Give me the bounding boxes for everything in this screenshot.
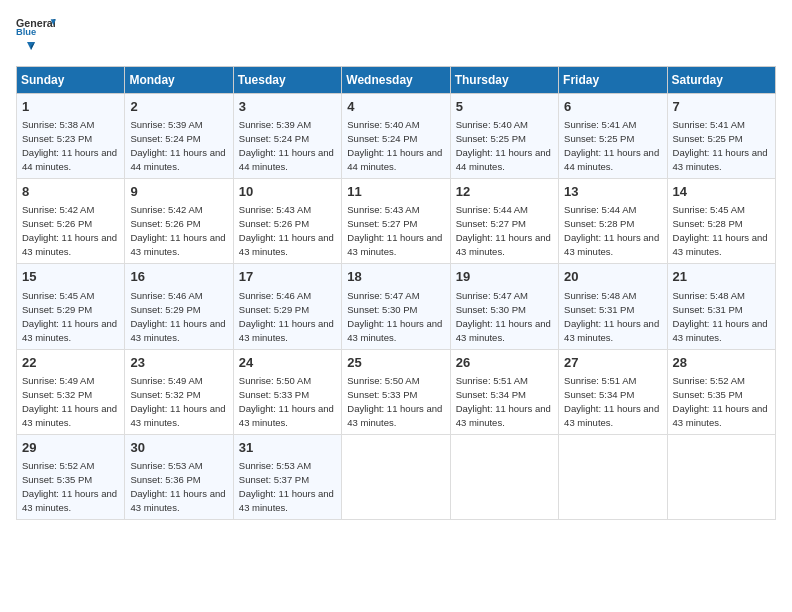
day-sunset: Sunset: 5:24 PM [347, 133, 417, 144]
calendar-week-3: 15 Sunrise: 5:45 AM Sunset: 5:29 PM Dayl… [17, 264, 776, 349]
calendar-week-1: 1 Sunrise: 5:38 AM Sunset: 5:23 PM Dayli… [17, 94, 776, 179]
calendar-day-20: 20 Sunrise: 5:48 AM Sunset: 5:31 PM Dayl… [559, 264, 667, 349]
day-number: 31 [239, 439, 336, 457]
day-sunset: Sunset: 5:37 PM [239, 474, 309, 485]
calendar-day-16: 16 Sunrise: 5:46 AM Sunset: 5:29 PM Dayl… [125, 264, 233, 349]
calendar-day-14: 14 Sunrise: 5:45 AM Sunset: 5:28 PM Dayl… [667, 179, 775, 264]
calendar-day-7: 7 Sunrise: 5:41 AM Sunset: 5:25 PM Dayli… [667, 94, 775, 179]
day-number: 30 [130, 439, 227, 457]
day-sunset: Sunset: 5:36 PM [130, 474, 200, 485]
day-daylight: Daylight: 11 hours and 43 minutes. [347, 403, 442, 428]
day-daylight: Daylight: 11 hours and 43 minutes. [673, 403, 768, 428]
day-number: 18 [347, 268, 444, 286]
day-sunset: Sunset: 5:33 PM [347, 389, 417, 400]
day-sunrise: Sunrise: 5:44 AM [456, 204, 528, 215]
calendar-day-empty [559, 434, 667, 519]
day-sunrise: Sunrise: 5:45 AM [673, 204, 745, 215]
day-sunset: Sunset: 5:34 PM [564, 389, 634, 400]
day-sunrise: Sunrise: 5:43 AM [347, 204, 419, 215]
day-sunset: Sunset: 5:25 PM [456, 133, 526, 144]
day-daylight: Daylight: 11 hours and 43 minutes. [347, 232, 442, 257]
calendar-body: 1 Sunrise: 5:38 AM Sunset: 5:23 PM Dayli… [17, 94, 776, 520]
calendar-day-18: 18 Sunrise: 5:47 AM Sunset: 5:30 PM Dayl… [342, 264, 450, 349]
day-sunset: Sunset: 5:28 PM [564, 218, 634, 229]
day-daylight: Daylight: 11 hours and 43 minutes. [673, 147, 768, 172]
calendar-day-19: 19 Sunrise: 5:47 AM Sunset: 5:30 PM Dayl… [450, 264, 558, 349]
calendar-day-23: 23 Sunrise: 5:49 AM Sunset: 5:32 PM Dayl… [125, 349, 233, 434]
day-number: 4 [347, 98, 444, 116]
calendar-day-2: 2 Sunrise: 5:39 AM Sunset: 5:24 PM Dayli… [125, 94, 233, 179]
weekday-header-row: SundayMondayTuesdayWednesdayThursdayFrid… [17, 67, 776, 94]
weekday-header-monday: Monday [125, 67, 233, 94]
day-sunrise: Sunrise: 5:38 AM [22, 119, 94, 130]
day-sunrise: Sunrise: 5:41 AM [564, 119, 636, 130]
day-daylight: Daylight: 11 hours and 43 minutes. [22, 232, 117, 257]
weekday-header-friday: Friday [559, 67, 667, 94]
weekday-header-sunday: Sunday [17, 67, 125, 94]
day-number: 20 [564, 268, 661, 286]
day-daylight: Daylight: 11 hours and 43 minutes. [239, 488, 334, 513]
day-daylight: Daylight: 11 hours and 43 minutes. [22, 403, 117, 428]
day-daylight: Daylight: 11 hours and 43 minutes. [564, 318, 659, 343]
day-sunrise: Sunrise: 5:40 AM [456, 119, 528, 130]
calendar-week-5: 29 Sunrise: 5:52 AM Sunset: 5:35 PM Dayl… [17, 434, 776, 519]
day-sunset: Sunset: 5:30 PM [456, 304, 526, 315]
day-sunset: Sunset: 5:30 PM [347, 304, 417, 315]
day-number: 26 [456, 354, 553, 372]
day-daylight: Daylight: 11 hours and 43 minutes. [130, 318, 225, 343]
day-sunrise: Sunrise: 5:48 AM [564, 290, 636, 301]
day-sunrise: Sunrise: 5:53 AM [130, 460, 202, 471]
day-sunset: Sunset: 5:34 PM [456, 389, 526, 400]
day-sunrise: Sunrise: 5:47 AM [347, 290, 419, 301]
day-number: 22 [22, 354, 119, 372]
calendar-day-29: 29 Sunrise: 5:52 AM Sunset: 5:35 PM Dayl… [17, 434, 125, 519]
day-number: 19 [456, 268, 553, 286]
day-daylight: Daylight: 11 hours and 43 minutes. [239, 318, 334, 343]
day-number: 14 [673, 183, 770, 201]
day-sunrise: Sunrise: 5:48 AM [673, 290, 745, 301]
calendar-day-4: 4 Sunrise: 5:40 AM Sunset: 5:24 PM Dayli… [342, 94, 450, 179]
calendar-day-1: 1 Sunrise: 5:38 AM Sunset: 5:23 PM Dayli… [17, 94, 125, 179]
day-sunset: Sunset: 5:23 PM [22, 133, 92, 144]
day-number: 28 [673, 354, 770, 372]
day-sunrise: Sunrise: 5:46 AM [239, 290, 311, 301]
calendar-day-25: 25 Sunrise: 5:50 AM Sunset: 5:33 PM Dayl… [342, 349, 450, 434]
day-daylight: Daylight: 11 hours and 43 minutes. [456, 318, 551, 343]
day-daylight: Daylight: 11 hours and 43 minutes. [673, 232, 768, 257]
day-number: 15 [22, 268, 119, 286]
day-daylight: Daylight: 11 hours and 44 minutes. [239, 147, 334, 172]
day-number: 6 [564, 98, 661, 116]
calendar-day-28: 28 Sunrise: 5:52 AM Sunset: 5:35 PM Dayl… [667, 349, 775, 434]
day-sunset: Sunset: 5:28 PM [673, 218, 743, 229]
day-daylight: Daylight: 11 hours and 44 minutes. [130, 147, 225, 172]
day-number: 10 [239, 183, 336, 201]
day-sunset: Sunset: 5:31 PM [673, 304, 743, 315]
day-sunrise: Sunrise: 5:53 AM [239, 460, 311, 471]
day-sunrise: Sunrise: 5:49 AM [130, 375, 202, 386]
day-sunset: Sunset: 5:31 PM [564, 304, 634, 315]
day-number: 7 [673, 98, 770, 116]
day-sunrise: Sunrise: 5:52 AM [22, 460, 94, 471]
day-number: 16 [130, 268, 227, 286]
day-daylight: Daylight: 11 hours and 43 minutes. [22, 318, 117, 343]
header: General Blue [16, 16, 776, 58]
calendar-table: SundayMondayTuesdayWednesdayThursdayFrid… [16, 66, 776, 520]
calendar-day-15: 15 Sunrise: 5:45 AM Sunset: 5:29 PM Dayl… [17, 264, 125, 349]
day-number: 21 [673, 268, 770, 286]
weekday-header-tuesday: Tuesday [233, 67, 341, 94]
day-sunrise: Sunrise: 5:39 AM [130, 119, 202, 130]
day-number: 3 [239, 98, 336, 116]
day-sunset: Sunset: 5:35 PM [22, 474, 92, 485]
day-sunrise: Sunrise: 5:42 AM [130, 204, 202, 215]
day-daylight: Daylight: 11 hours and 44 minutes. [564, 147, 659, 172]
logo-bird-icon [17, 40, 35, 58]
weekday-header-wednesday: Wednesday [342, 67, 450, 94]
calendar-day-26: 26 Sunrise: 5:51 AM Sunset: 5:34 PM Dayl… [450, 349, 558, 434]
day-sunrise: Sunrise: 5:39 AM [239, 119, 311, 130]
day-daylight: Daylight: 11 hours and 43 minutes. [22, 488, 117, 513]
day-number: 9 [130, 183, 227, 201]
day-daylight: Daylight: 11 hours and 43 minutes. [347, 318, 442, 343]
calendar-day-31: 31 Sunrise: 5:53 AM Sunset: 5:37 PM Dayl… [233, 434, 341, 519]
day-daylight: Daylight: 11 hours and 43 minutes. [130, 232, 225, 257]
day-sunset: Sunset: 5:26 PM [22, 218, 92, 229]
